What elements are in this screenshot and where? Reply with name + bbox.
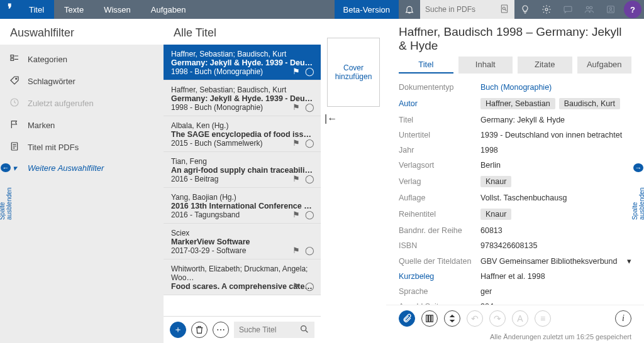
field-auflage[interactable]: Vollst. Taschenbuchausg xyxy=(480,193,631,202)
field-isbn[interactable]: 9783426608135 xyxy=(480,241,631,250)
collapse-right-handle[interactable]: → Spalte ausblenden xyxy=(633,163,644,220)
circle-icon[interactable]: ◯ xyxy=(305,102,314,112)
arrow-left-icon: ← xyxy=(1,163,11,172)
author-chip[interactable]: Haffner, Sebastian xyxy=(480,98,555,109)
field-label-kurzbeleg[interactable]: Kurzbeleg xyxy=(399,272,480,281)
author-chip[interactable]: Baudisch, Kurt xyxy=(559,98,620,109)
title-item[interactable]: Yang, Baojian (Hg.)2016 13th Internation… xyxy=(164,188,321,224)
field-bandnr[interactable]: 60813 xyxy=(480,226,631,235)
add-cover[interactable]: Cover hinzufügen xyxy=(327,38,380,107)
filter-label: Marken xyxy=(28,121,55,130)
circle-icon[interactable]: ◯ xyxy=(305,67,314,76)
field-dokumententyp[interactable]: Buch (Monographie) xyxy=(480,83,631,92)
field-untertitel[interactable]: 1939 - Deutschland von innen betrachtet xyxy=(480,131,631,139)
filter-more[interactable]: ▾ Weitere Auswahlfilter xyxy=(0,158,164,178)
filter-marken[interactable]: Marken xyxy=(0,114,164,136)
field-verlagsort[interactable]: Berlin xyxy=(480,161,631,170)
svg-rect-14 xyxy=(426,315,428,322)
field-kurzbeleg[interactable]: Haffner et al. 1998 xyxy=(480,272,631,281)
field-sprache[interactable]: ger xyxy=(480,287,631,296)
flag-icon[interactable]: ⚑ xyxy=(292,102,300,112)
circle-icon[interactable]: ◯ xyxy=(305,174,314,183)
svg-rect-15 xyxy=(429,315,431,322)
search-doc-icon xyxy=(499,4,509,16)
svg-point-5 xyxy=(590,6,592,9)
detail-tab-aufgaben[interactable]: Aufgaben xyxy=(577,57,632,74)
font-button[interactable]: A xyxy=(512,310,528,327)
field-autor[interactable]: Haffner, SebastianBaudisch, Kurt xyxy=(480,98,631,109)
flag-icon[interactable]: ⚑ xyxy=(292,281,300,291)
flag-icon[interactable]: ⚑ xyxy=(292,210,300,219)
title-item[interactable]: SciexMarkerView Software2017-03-29 - Sof… xyxy=(164,224,321,259)
detail-tab-inhalt[interactable]: Inhalt xyxy=(458,57,513,74)
reihe-chip[interactable]: Knaur xyxy=(480,209,511,220)
flag-icon[interactable]: ⚑ xyxy=(292,138,300,148)
filter-schlagwoerter[interactable]: Schlagwörter xyxy=(0,70,164,92)
attach-button[interactable] xyxy=(399,310,415,327)
item-authors: Haffner, Sebastian; Baudisch, Kurt xyxy=(171,85,313,94)
title-item[interactable]: Haffner, Sebastian; Baudisch, KurtGerman… xyxy=(164,45,321,80)
filter-pdfs[interactable]: Titel mit PDFs xyxy=(0,136,164,158)
detail-tab-zitate[interactable]: Zitate xyxy=(518,57,572,74)
tab-titel[interactable]: Titel xyxy=(19,0,54,19)
field-titel[interactable]: Germany: Jekyll & Hyde xyxy=(480,116,631,124)
info-button[interactable]: i xyxy=(615,310,631,327)
title-search-input[interactable] xyxy=(239,325,299,334)
library-button[interactable] xyxy=(421,310,438,327)
field-jahr[interactable]: 1998 xyxy=(480,146,631,155)
lines-button[interactable]: ≡ xyxy=(535,310,551,327)
field-quelle[interactable]: GBV Gemeinsamer Bibliotheksverbund▾ xyxy=(480,256,631,266)
circle-icon[interactable]: ◯ xyxy=(305,246,314,255)
chat-icon[interactable] xyxy=(557,0,579,19)
redo-button[interactable]: ↷ xyxy=(489,310,506,327)
verlag-chip[interactable]: Knaur xyxy=(480,176,511,187)
title-search[interactable] xyxy=(234,322,314,338)
filter-kategorien[interactable]: Kategorien xyxy=(0,48,164,70)
field-reihentitel[interactable]: Knaur xyxy=(480,209,631,220)
title-item[interactable]: Tian, FengAn agri-food supply chain trac… xyxy=(164,152,321,188)
field-label-autor[interactable]: Autor xyxy=(399,99,480,108)
people-icon[interactable] xyxy=(579,0,600,19)
flag-icon[interactable]: ⚑ xyxy=(292,174,300,183)
tab-wissen[interactable]: Wissen xyxy=(94,0,141,19)
title-item[interactable]: Whitworth, Elizabeth; Druckman, Angela; … xyxy=(164,259,321,295)
more-actions-button[interactable]: ⋯ xyxy=(213,322,229,338)
pdf-icon xyxy=(9,141,20,153)
dropdown-icon[interactable]: ▾ xyxy=(627,256,631,266)
search-icon xyxy=(299,324,309,336)
lightbulb-icon[interactable] xyxy=(514,0,536,19)
list-heading: Alle Titel xyxy=(164,19,321,45)
pdf-search[interactable] xyxy=(420,0,514,19)
app-logo[interactable]: ❜ xyxy=(0,0,19,19)
help-button[interactable]: ? xyxy=(624,1,641,18)
svg-rect-3 xyxy=(564,6,572,11)
field-verlag[interactable]: Knaur xyxy=(480,176,631,187)
circle-icon[interactable]: ◯ xyxy=(305,210,314,219)
detail-tab-titel[interactable]: Titel xyxy=(399,57,453,74)
circle-icon[interactable]: ◯ xyxy=(305,281,314,291)
circle-icon[interactable]: ◯ xyxy=(305,138,314,148)
undo-button[interactable]: ↶ xyxy=(467,310,483,327)
filter-zuletzt[interactable]: Zuletzt aufgerufen xyxy=(0,92,164,114)
tab-texte[interactable]: Texte xyxy=(54,0,94,19)
updown-button[interactable] xyxy=(444,310,460,327)
user-box-icon[interactable] xyxy=(600,0,621,19)
svg-point-1 xyxy=(502,7,505,9)
field-label: Dokumententyp xyxy=(399,83,480,92)
title-item[interactable]: Haffner, Sebastian; Baudisch, KurtGerman… xyxy=(164,80,321,116)
collapse-left-handle[interactable]: ← Spalte ausblenden xyxy=(0,163,11,220)
field-label: Reihentitel xyxy=(399,210,480,219)
item-authors: Yang, Baojian (Hg.) xyxy=(171,193,313,202)
collapse-arrow-icon[interactable]: |← xyxy=(325,113,386,124)
categories-icon xyxy=(9,53,20,65)
title-item[interactable]: Albala, Ken (Hg.)The SAGE encyclopedia o… xyxy=(164,116,321,152)
tab-aufgaben[interactable]: Aufgaben xyxy=(141,0,196,19)
add-title-button[interactable]: ＋ xyxy=(170,322,186,338)
bell-icon[interactable] xyxy=(399,0,420,19)
gear-icon[interactable] xyxy=(536,0,557,19)
flag-icon[interactable]: ⚑ xyxy=(292,67,300,76)
flag-icon[interactable]: ⚑ xyxy=(292,246,300,255)
delete-button[interactable] xyxy=(191,322,208,338)
arrow-right-icon: → xyxy=(633,163,643,172)
pdf-search-input[interactable] xyxy=(425,5,499,14)
